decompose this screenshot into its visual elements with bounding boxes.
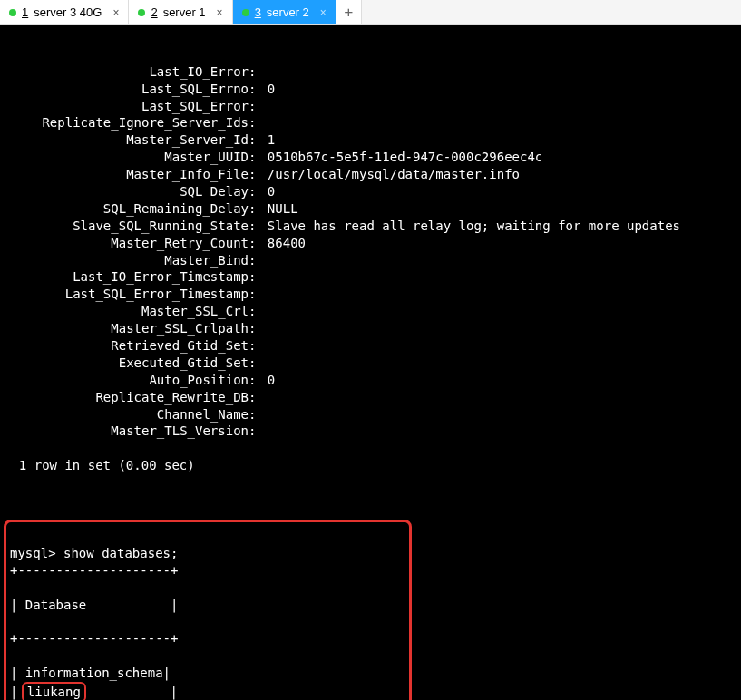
status-line: Last_IO_Error — [4, 63, 737, 81]
status-value: 86400 — [256, 236, 306, 250]
status-value — [256, 390, 259, 404]
status-key: Executed_Gtid_Set — [4, 355, 249, 372]
status-key: Master_Info_File — [4, 166, 249, 183]
status-value: 0510b67c-5e5f-11ed-947c-000c296eec4c — [256, 150, 542, 164]
status-key: Master_SSL_Crlpath — [4, 320, 249, 337]
status-key: Master_SSL_Crl — [4, 303, 249, 320]
status-value: 0 — [256, 373, 275, 387]
status-key: Replicate_Rewrite_DB — [4, 389, 249, 406]
close-icon[interactable]: × — [217, 6, 223, 19]
status-dot-icon — [138, 9, 145, 16]
status-key: Last_SQL_Errno — [4, 81, 249, 98]
status-key: Slave_SQL_Running_State — [4, 218, 249, 235]
status-value: 0 — [256, 82, 275, 96]
status-value — [256, 253, 259, 267]
status-key: SQL_Remaining_Delay — [4, 200, 249, 218]
tab-number: 2 — [151, 5, 157, 19]
close-icon[interactable]: × — [112, 6, 119, 19]
status-line: Master_Server_Id 1 — [4, 131, 737, 149]
status-value — [256, 287, 259, 301]
status-key: Last_IO_Error — [4, 63, 249, 81]
sql-command: show databases; — [63, 546, 178, 560]
tab-bar: 1 server 3 40G×2 server 1×3 server 2×+ — [0, 0, 741, 25]
table-border-top: +--------------------+ — [10, 562, 405, 579]
status-value: Slave has read all relay log; waiting fo… — [256, 219, 680, 233]
status-key: Auto_Position — [4, 372, 249, 389]
tab-label: server 3 40G — [34, 5, 102, 19]
status-line: Channel_Name — [4, 406, 737, 423]
status-value — [256, 304, 259, 318]
status-line: Executed_Gtid_Set — [4, 355, 737, 372]
table-border-mid: +--------------------+ — [10, 630, 405, 647]
database-row: | liukang | — [10, 682, 405, 700]
row-summary-1: 1 row in set (0.00 sec) — [19, 458, 195, 472]
status-line: Last_SQL_Error_Timestamp — [4, 286, 737, 303]
add-tab-button[interactable]: + — [336, 0, 362, 24]
status-line: Master_SSL_Crl — [4, 303, 737, 320]
status-value — [256, 115, 259, 130]
status-line: Master_Retry_Count 86400 — [4, 235, 737, 252]
status-key: Master_Retry_Count — [4, 235, 249, 252]
status-key: Last_SQL_Error_Timestamp — [4, 286, 249, 303]
status-line: Master_SSL_Crlpath — [4, 320, 737, 337]
status-line: SQL_Remaining_Delay NULL — [4, 200, 737, 218]
status-key: SQL_Delay — [4, 183, 249, 200]
status-key: Master_TLS_Version — [4, 423, 249, 440]
database-rows: | information_schema|| liukang || lk || … — [10, 665, 405, 700]
status-value — [256, 338, 259, 353]
status-value: NULL — [256, 201, 297, 216]
database-row: | information_schema| — [10, 665, 405, 682]
tab-label: server 1 — [163, 5, 206, 19]
status-key: Master_Bind — [4, 252, 249, 269]
status-line: Last_IO_Error_Timestamp — [4, 268, 737, 286]
prompt: mysql> show databases; — [10, 546, 178, 560]
status-dot-icon — [242, 9, 249, 16]
tab-server-3-40G[interactable]: 1 server 3 40G× — [0, 0, 129, 24]
status-line: Replicate_Rewrite_DB — [4, 389, 737, 406]
status-value: 0 — [256, 184, 275, 199]
status-dot-icon — [9, 9, 16, 16]
status-line: Last_SQL_Error — [4, 98, 737, 115]
slave-status-block: Last_IO_ErrorLast_SQL_Errno 0Last_SQL_Er… — [4, 63, 737, 441]
status-value — [256, 423, 259, 438]
status-line: Slave_SQL_Running_State Slave has read a… — [4, 218, 737, 235]
tab-number: 3 — [255, 5, 261, 19]
status-line: Replicate_Ignore_Server_Ids — [4, 114, 737, 131]
close-icon[interactable]: × — [320, 6, 327, 19]
status-value — [256, 64, 259, 79]
tab-server-2[interactable]: 3 server 2× — [233, 0, 336, 24]
status-key: Retrieved_Gtid_Set — [4, 337, 249, 355]
table-header: | Database | — [10, 597, 405, 614]
status-value — [256, 355, 259, 370]
status-line: Retrieved_Gtid_Set — [4, 337, 737, 355]
status-line: Master_UUID 0510b67c-5e5f-11ed-947c-000c… — [4, 149, 737, 166]
status-key: Last_IO_Error_Timestamp — [4, 268, 249, 286]
tab-number: 1 — [22, 5, 28, 19]
status-value — [256, 269, 259, 284]
status-line: Master_TLS_Version — [4, 423, 737, 440]
status-line: Last_SQL_Errno 0 — [4, 81, 737, 98]
highlight-box-outer: mysql> show databases; +----------------… — [4, 520, 412, 700]
status-line: Master_Info_File /usr/local/mysql/data/m… — [4, 166, 737, 183]
status-line: SQL_Delay 0 — [4, 183, 737, 200]
status-key: Replicate_Ignore_Server_Ids — [4, 114, 249, 131]
status-value — [256, 407, 259, 422]
status-key: Channel_Name — [4, 406, 249, 423]
status-value: /usr/local/mysql/data/master.info — [256, 167, 520, 181]
status-value: 1 — [256, 132, 275, 147]
status-line: Auto_Position 0 — [4, 372, 737, 389]
status-key: Master_Server_Id — [4, 131, 249, 149]
terminal-output[interactable]: Last_IO_ErrorLast_SQL_Errno 0Last_SQL_Er… — [0, 25, 741, 700]
tab-label: server 2 — [267, 5, 309, 19]
status-line: Master_Bind — [4, 252, 737, 269]
highlight-box-inner: liukang — [22, 682, 86, 700]
status-value — [256, 99, 259, 113]
status-key: Master_UUID — [4, 149, 249, 166]
tab-server-1[interactable]: 2 server 1× — [129, 0, 232, 24]
status-key: Last_SQL_Error — [4, 98, 249, 115]
status-value — [256, 321, 259, 335]
